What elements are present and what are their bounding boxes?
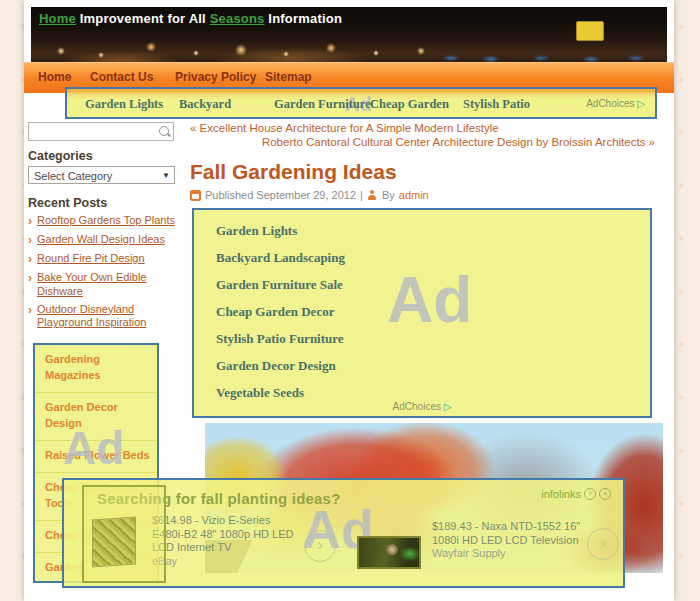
product-thumbnail-tv1[interactable] [92,516,136,567]
author-link[interactable]: admin [399,189,429,201]
nav-sitemap[interactable]: Sitemap [265,70,312,84]
list-item: › Round Fire Pit Design [28,252,180,267]
ad-link-vegetable-seeds[interactable]: Vegetable Seeds [216,385,304,401]
chevron-right-icon: › [28,303,32,331]
ad-link-cheap-garden-decor[interactable]: Cheap Garden Decor [216,304,334,320]
nav-contact-us[interactable]: Contact Us [90,70,153,84]
post-byline: Published September 29, 2012 | By admin [190,189,429,201]
nav-home[interactable]: Home [38,70,71,84]
next-arrow-button[interactable]: › [304,530,336,562]
content-ad-block: Ad Garden Lights Backyard Landscaping Ga… [192,208,652,418]
search-input[interactable] [31,124,157,140]
browser-viewport: Home Improvement for All Seasons Informa… [0,0,700,601]
product-listing-2[interactable]: $189.43 - Naxa NTD-1552 16" 1080i HD LED… [432,520,612,559]
ad-link-garden-lights[interactable]: Garden Lights [85,97,163,112]
ad-link-stylish-patio-furniture[interactable]: Stylish Patio Furniture [216,331,344,347]
list-item: › Bake Your Own Edible Dishware [28,271,180,299]
adchoices-link[interactable]: AdChoices ▷ [586,98,645,109]
ad-link-backyard-landscaping[interactable]: Backyard Landscaping [216,250,345,266]
bottom-ad-bar: Ad Searching for fall planting ideas? in… [62,478,625,588]
category-select[interactable]: Select Category ▼ [28,166,175,184]
adchoices-link[interactable]: AdChoices ▷ [194,401,650,412]
ad-link-gardening-magazines[interactable]: Gardening Magazines [35,345,157,393]
ad-watermark: Ad [387,268,472,332]
infolinks-label: infolinks [541,488,581,500]
product-title-line: LCD Internet TV [152,541,307,555]
recent-post-link[interactable]: Rooftop Gardens Top Plants [37,214,175,229]
chevron-right-icon: › [28,252,32,267]
product-title-line: $614.98 - Vizio E-Series [152,514,307,528]
nav-privacy-policy[interactable]: Privacy Policy [175,70,256,84]
ad-link-garden-decor-design[interactable]: Garden Decor Design [216,358,336,374]
list-item: › Rooftop Gardens Top Plants [28,214,180,229]
header-banner-image: Home Improvement for All Seasons Informa… [31,7,667,62]
search-box [28,122,174,141]
product-source: Wayfair Supply [432,547,612,559]
product-title-line: 1080i HD LED LCD Television [432,534,612,548]
product-thumbnail-tv2[interactable] [357,536,421,569]
next-arrow-button[interactable]: › [587,528,619,560]
by-label: By [382,189,395,201]
site-title-seasons-link[interactable]: Seasons [210,11,265,26]
site-title-mid: Improvement for All [80,11,206,26]
adchoices-label: AdChoices [393,401,441,412]
site-title-end: Information [268,11,342,26]
recent-post-link[interactable]: Round Fire Pit Design [37,252,145,267]
categories-heading: Categories [28,149,93,163]
chevron-right-icon: › [28,233,32,248]
author-icon [367,190,378,201]
ad-link-cheap-garden[interactable]: Cheap Garden [370,97,449,112]
site-title-home-link[interactable]: Home [39,11,76,26]
list-item: › Outdoor Disneyland Playground Inspirat… [28,303,180,331]
ad-watermark: Ad [63,425,124,471]
adchoices-icon: ▷ [444,401,452,412]
previous-post-link[interactable]: « Excellent House Architecture for A Sim… [190,122,630,134]
workers-photo-region [431,7,667,62]
ad-link-garden-lights[interactable]: Garden Lights [216,223,297,239]
next-post-link[interactable]: Roberto Cantoral Cultural Center Archite… [190,136,655,148]
product-source: eBay [152,555,307,567]
product-listing-1[interactable]: $614.98 - Vizio E-Series E480i-B2 48" 10… [152,514,307,567]
product-title-line: E480i-B2 48" 1080p HD LED [152,528,307,542]
category-select-value: Select Category [34,170,112,182]
calendar-icon [190,190,201,201]
recent-posts-heading: Recent Posts [28,196,107,210]
close-icon[interactable]: × [599,488,611,500]
list-item: › Garden Wall Design Ideas [28,233,180,248]
adchoices-label: AdChoices [586,98,634,109]
toolbox-detail [576,21,604,41]
adchoices-icon: ▷ [637,98,645,109]
ad-link-garden-furniture-sale[interactable]: Garden Furniture Sale [216,277,343,293]
help-icon[interactable]: ? [584,488,596,500]
top-ad-banner: Ad Garden Lights Backyard Garden Furnitu… [65,87,657,119]
chevron-down-icon: ▼ [162,171,170,180]
recent-post-link[interactable]: Outdoor Disneyland Playground Inspiratio… [37,303,180,331]
ad-link-backyard[interactable]: Backyard [179,97,231,112]
ad-link-stylish-patio[interactable]: Stylish Patio [463,97,530,112]
shoes-detail [431,55,667,62]
product-title-line: $189.43 - Naxa NTD-1552 16" [432,520,612,534]
byline-separator: | [360,189,363,201]
page-title: Fall Gardening Ideas [190,160,397,184]
site-title: Home Improvement for All Seasons Informa… [39,11,342,26]
infolinks-badge: infolinks ? × [541,488,611,500]
chevron-right-icon: › [28,214,32,229]
published-date: Published September 29, 2012 [205,189,356,201]
city-lights-detail [31,33,451,62]
chevron-right-icon: › [28,271,32,299]
recent-posts-list: › Rooftop Gardens Top Plants › Garden Wa… [28,214,180,334]
recent-post-link[interactable]: Garden Wall Design Ideas [37,233,165,248]
search-icon[interactable] [159,126,169,136]
ad-link-garden-furniture[interactable]: Garden Furniture [274,97,371,112]
recent-post-link[interactable]: Bake Your Own Edible Dishware [37,271,180,299]
